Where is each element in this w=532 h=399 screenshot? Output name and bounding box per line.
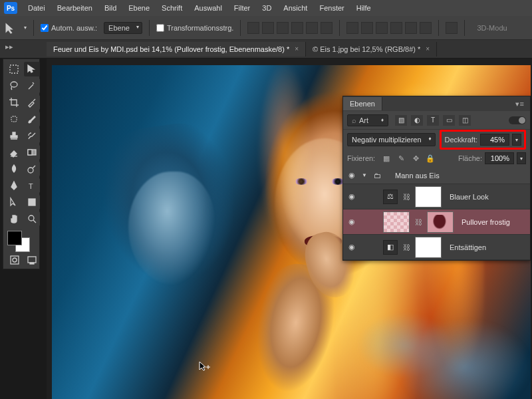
menu-ansicht[interactable]: Ansicht [278, 2, 313, 14]
align-right-icon[interactable] [321, 22, 332, 34]
fill-dd-icon[interactable]: ▾ [517, 152, 526, 164]
layer-name[interactable]: Entsättigen [446, 243, 527, 251]
dist-left-icon[interactable] [390, 22, 402, 34]
link-mask-icon[interactable]: ⛓ [402, 193, 411, 201]
eyedropper-tool-icon[interactable] [24, 95, 40, 110]
type-tool-icon[interactable]: T [24, 178, 40, 193]
disclosure-icon[interactable]: ▼ [362, 172, 370, 178]
link-mask-icon[interactable]: ⛓ [402, 243, 411, 251]
heal-tool-icon[interactable] [6, 112, 22, 126]
doc-tab-active[interactable]: Feuer und Eis by MDI.psd bei 14,1% (Pull… [47, 42, 306, 57]
eraser-tool-icon[interactable] [6, 145, 22, 160]
menu-filter[interactable]: Filter [229, 2, 255, 14]
marquee-tool-icon[interactable] [6, 62, 22, 76]
link-mask-icon[interactable]: ⛓ [414, 218, 423, 226]
layer-row[interactable]: ◉ ◧ ⛓ Entsättigen [343, 235, 530, 260]
hand-tool-icon[interactable] [6, 211, 22, 226]
color-swatches[interactable] [6, 231, 40, 251]
collapse-icon[interactable]: ▸▸ [5, 43, 15, 51]
dist-right-icon[interactable] [420, 22, 432, 34]
pen-tool-icon[interactable] [6, 178, 22, 193]
fill-input[interactable]: 100% [485, 152, 514, 164]
menu-datei[interactable]: Datei [23, 2, 51, 14]
filter-pixel-icon[interactable]: ▧ [395, 115, 407, 126]
visibility-icon[interactable]: ◉ [346, 216, 358, 228]
brush-tool-icon[interactable] [24, 112, 40, 126]
stamp-tool-icon[interactable] [6, 128, 22, 143]
close-icon[interactable]: × [426, 45, 430, 53]
mask-thumb[interactable] [427, 211, 454, 233]
lock-position-icon[interactable]: ✥ [410, 153, 422, 164]
history-brush-tool-icon[interactable] [24, 128, 40, 143]
move-tool-icon[interactable] [24, 62, 40, 76]
layer-name[interactable]: Mann aus Eis [391, 172, 527, 180]
menu-hilfe[interactable]: Hilfe [351, 2, 376, 14]
mask-thumb[interactable] [415, 186, 442, 207]
transform-controls-checkbox[interactable]: Transformationsstrg. [156, 24, 233, 32]
lasso-tool-icon[interactable] [6, 78, 22, 93]
layer-group[interactable]: ◉ ▼ 🗀 Mann aus Eis [343, 167, 530, 184]
layer-name[interactable]: Pullover frostig [458, 218, 527, 226]
layer-row[interactable]: ◉ ⚖ ⛓ Blauer Look [343, 184, 530, 209]
wand-tool-icon[interactable] [24, 78, 40, 93]
filter-switch[interactable] [509, 116, 526, 124]
menu-bearbeiten[interactable]: Bearbeiten [52, 2, 98, 14]
align-hmid-icon[interactable] [306, 22, 318, 34]
panel-menu-icon[interactable]: ▾≡ [510, 100, 530, 108]
menu-fenster[interactable]: Fenster [314, 2, 349, 14]
filter-kind-select[interactable]: Art♦ [347, 114, 388, 126]
dodge-tool-icon[interactable] [24, 162, 40, 176]
lock-pixels-icon[interactable]: ✎ [395, 153, 407, 164]
blend-mode-select[interactable]: Negativ multiplizieren♦ [347, 133, 436, 146]
menu-3d[interactable]: 3D [257, 2, 277, 14]
auto-align-icon[interactable] [446, 22, 458, 34]
layer-row-selected[interactable]: ◉ ⛓ Pullover frostig [343, 209, 530, 235]
visibility-icon[interactable]: ◉ [346, 191, 358, 203]
visibility-icon[interactable]: ◉ [346, 241, 358, 253]
dist-top-icon[interactable] [346, 22, 358, 34]
dist-vmid-icon[interactable] [361, 22, 373, 34]
layer-name[interactable]: Blauer Look [446, 193, 527, 201]
align-vmid-icon[interactable] [262, 22, 274, 34]
lock-transparent-icon[interactable]: ▩ [380, 153, 392, 164]
blur-tool-icon[interactable] [6, 162, 22, 176]
mask-thumb[interactable] [415, 237, 442, 258]
filter-type-icon[interactable]: T [427, 115, 439, 126]
zoom-tool-icon[interactable] [24, 211, 40, 226]
transform-controls-input[interactable] [156, 24, 164, 32]
dist-bottom-icon[interactable] [376, 22, 388, 34]
menu-schrift[interactable]: Schrift [156, 2, 188, 14]
artwork-man-face [128, 172, 215, 285]
filter-shape-icon[interactable]: ▭ [443, 115, 455, 126]
options-dd-icon[interactable]: ▾ [24, 25, 27, 31]
fg-color-swatch[interactable] [7, 231, 22, 245]
filter-adjust-icon[interactable]: ◐ [411, 115, 423, 126]
menu-auswahl[interactable]: Auswahl [189, 2, 227, 14]
screenmode-icon[interactable] [25, 254, 39, 266]
layer-list: ◉ ▼ 🗀 Mann aus Eis ◉ ⚖ ⛓ Blauer Look ◉ ⛓… [343, 167, 530, 260]
dist-hmid-icon[interactable] [405, 22, 417, 34]
auto-select-mode-select[interactable]: Ebene [104, 22, 142, 34]
opacity-input[interactable]: 45% [480, 134, 509, 146]
align-bottom-icon[interactable] [277, 22, 289, 34]
auto-select-checkbox[interactable]: Autom. ausw.: [41, 24, 97, 32]
visibility-icon[interactable]: ◉ [346, 170, 358, 182]
panel-tab-ebenen[interactable]: Ebenen [343, 97, 382, 110]
align-top-icon[interactable] [247, 22, 259, 34]
crop-tool-icon[interactable] [6, 95, 22, 110]
close-icon[interactable]: × [295, 45, 299, 53]
filter-smart-icon[interactable]: ◫ [459, 115, 471, 126]
balance-adjust-icon: ⚖ [383, 190, 398, 204]
auto-select-input[interactable] [41, 24, 49, 32]
lock-all-icon[interactable]: 🔒 [424, 153, 436, 164]
doc-tab[interactable]: © Eis 1.jpg bei 12,5% (RGB/8#) * × [306, 42, 437, 57]
menu-bild[interactable]: Bild [99, 2, 122, 14]
opacity-dd-icon[interactable]: ▾ [512, 134, 521, 146]
menu-ebene[interactable]: Ebene [123, 2, 155, 14]
quickmask-icon[interactable] [8, 254, 21, 266]
path-select-tool-icon[interactable] [6, 195, 22, 209]
align-left-icon[interactable] [291, 22, 303, 34]
shape-tool-icon[interactable] [24, 195, 40, 209]
layer-thumb[interactable] [383, 211, 410, 233]
gradient-tool-icon[interactable] [24, 145, 40, 160]
